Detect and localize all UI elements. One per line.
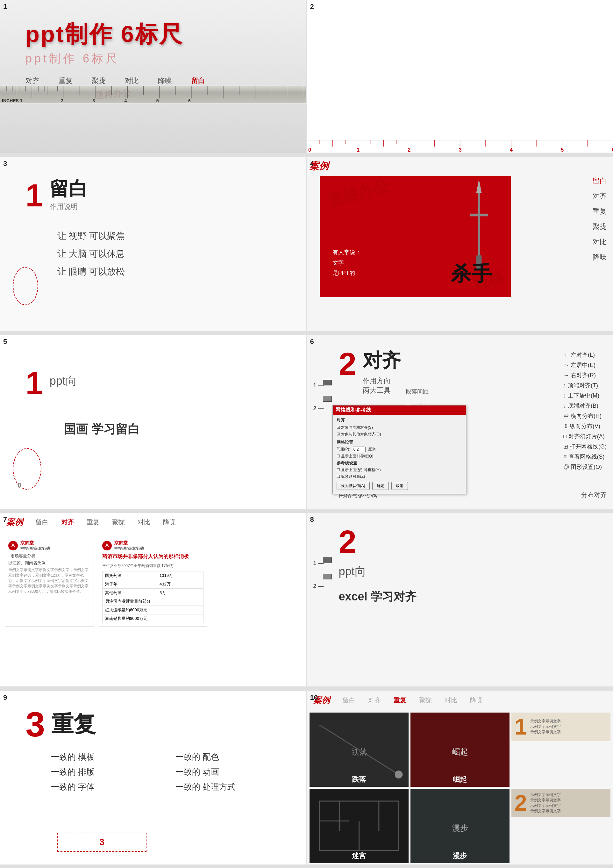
cell10-nav-cluster[interactable]: 聚拢 <box>419 696 432 705</box>
cell10-img-3: 迷宫 迷宫 <box>310 789 409 863</box>
svg-marker-62 <box>476 179 481 193</box>
svg-rect-0 <box>0 86 306 103</box>
cell9-item-1: 一致的 模板 <box>51 752 156 763</box>
cell10-num-card-2: 2 示例文字示例文字 示例文字示例文字 示例文字示例文字 示例文字示例文字 <box>511 789 610 817</box>
cell9-item-6: 一致的 处理方式 <box>175 781 281 792</box>
svg-text:3: 3 <box>458 147 461 153</box>
cell7-nav-cluster[interactable]: 聚拢 <box>112 518 125 527</box>
cell8-sidebar-blocks <box>323 557 332 580</box>
ruler-1: INCHES 1 2 3 4 5 6 道格办公 <box>0 86 306 103</box>
cell6-dialog-title: 网格线和参考线 <box>333 406 466 415</box>
svg-text:跌落: 跌落 <box>351 747 367 756</box>
toolbar-vert-dist: ⇕ 纵向分布(V) <box>563 422 607 430</box>
cell10-card1-line2: 示例文字示例文字 <box>530 724 561 729</box>
cell6-dialog-item4: ☐ 显示上面边引导框格(H) <box>337 467 462 473</box>
nav-cluster[interactable]: 聚拢 <box>92 76 106 86</box>
nav-contrast[interactable]: 对比 <box>125 76 139 86</box>
cell3-big-num: 1 <box>25 179 43 211</box>
cell7-card1-name: 京御堂 中/华/商/业/发/行/商 <box>20 540 51 551</box>
toolbar-align-slide: □ 对齐幻灯片(A) <box>563 432 607 440</box>
cell6-dialog-cancel[interactable]: 取消 <box>392 482 408 490</box>
cell7-nav-denoise[interactable]: 降噪 <box>163 518 176 527</box>
cell10-card2-line1: 示例文字示例文字 <box>530 792 561 798</box>
nav-repeat[interactable]: 重复 <box>59 76 73 86</box>
cell10-img-2: 崛起 崛起 <box>410 713 509 787</box>
cell-number-3: 3 <box>3 160 7 168</box>
cell9-header: 3 重复 <box>25 707 281 742</box>
cell7-nav-repeat[interactable]: 重复 <box>87 518 99 527</box>
cell7-card2-sub-detail: 王仁义业务2007年全年药酒销售额 1754万 <box>102 563 203 569</box>
cell6-bottom-dist-label: 分布对齐 <box>581 491 607 499</box>
cell10-num-card-1: 1 示例文字示例文字 示例文字示例文字 示例文字示例文字 <box>511 713 610 741</box>
cell7-nav-align[interactable]: 对齐 <box>61 518 74 527</box>
table-cell: 红火连续量约6000万元 <box>102 606 203 614</box>
svg-text:6: 6 <box>188 98 191 103</box>
cell8-label-1: 1 — <box>313 560 324 567</box>
cell4-preview-bigtext: 杀手 <box>451 260 492 288</box>
cell5-ellipse <box>13 448 42 490</box>
cell8-block-1 <box>323 557 332 563</box>
cell7-nav-whitespace[interactable]: 留白 <box>36 518 48 527</box>
cell7-card2: 京 京御堂 中/华/商/业/发/行/商 药酒市场并非像部分人认为的那样消极 王仁… <box>99 537 207 626</box>
cell8-big-num: 2 <box>339 525 357 557</box>
cell6-dialog-ok[interactable]: 确定 <box>372 482 389 490</box>
toolbar-top-align: ↑ 顶端对齐(T) <box>563 381 607 389</box>
nav-align[interactable]: 对齐 <box>25 76 39 86</box>
cell6-dialog-set-default[interactable]: 设为默认值(A) <box>337 482 370 490</box>
cell3-subtitle: 作用说明 <box>50 202 88 211</box>
cell10-card2-line2: 示例文字示例文字 <box>530 798 561 803</box>
svg-text:2: 2 <box>60 98 63 103</box>
cell-6: 6 1 — 2 — 2 对齐 作用方向 两大工具 ← 左对齐(L) ↔ 左居中(… <box>307 335 613 509</box>
cell6-block-1 <box>323 380 332 386</box>
cell7-card1-item2: 以江苏、湖南省为例 <box>8 560 90 566</box>
cell7-content: 京 京御堂 中/华/商/业/发/行/商 · 市场容量分析 以江苏、湖南省为例 示… <box>0 532 306 631</box>
ruler-2: 0 1 2 3 4 5 6 <box>307 140 613 153</box>
table-cell: 另注司内业绩量目前部分 <box>102 597 203 606</box>
cell10-num-card-1-text: 示例文字示例文字 示例文字示例文字 示例文字示例文字 <box>530 719 561 735</box>
cell10-img-2-label: 崛起 <box>453 775 467 784</box>
cell6-dialog: 网格线和参考线 对齐 ☑ 对象与网格对齐(S) ☑ 对象与其他对象对齐(O) 网… <box>333 405 466 494</box>
cell6-big-num: 2 <box>339 348 357 380</box>
cell-3: 3 1 留白 作用说明 让 视野 可以聚焦 让 大脑 可以休息 让 眼睛 可以放… <box>0 157 306 331</box>
cell7-card1-title: 京御堂 <box>20 540 51 546</box>
cell10-img-1: 跌落 跌落 <box>310 713 409 787</box>
cell10-grid: 跌落 跌落 崛起 崛起 1 示例文字示例文字 示例文字示例文字 示例文字示例文字 <box>307 710 613 865</box>
cell3-ellipse <box>13 267 38 305</box>
cell7-card2-main-title: 药酒市场并非像部分人认为的那样消极 <box>102 553 203 560</box>
nav-whitespace[interactable]: 留白 <box>191 76 205 86</box>
cell-number-8: 8 <box>310 515 314 524</box>
table-row: 国宾药酒 1319万 <box>102 572 203 580</box>
cell10-nav-repeat[interactable]: 重复 <box>393 696 406 705</box>
nav-denoise[interactable]: 降噪 <box>158 76 172 86</box>
cell10-card2-line3: 示例文字示例文字 <box>530 803 561 808</box>
toolbar-view-grid: ≡ 查看网格线(S) <box>563 453 607 460</box>
svg-text:4: 4 <box>124 98 127 103</box>
cell8-main-text: ppt向 <box>339 564 607 580</box>
cell6-sidebar-blocks <box>323 380 332 401</box>
cell10-nav-whitespace[interactable]: 留白 <box>343 696 355 705</box>
cell7-card2-name: 京御堂 中/华/商/业/发/行/商 <box>114 540 145 551</box>
cell10-card1-line1: 示例文字示例文字 <box>530 719 561 724</box>
cell-7: 7 案例 留白 对齐 重复 聚拢 对比 降噪 京 京御堂 中/华/商/业/发/行… <box>0 513 306 687</box>
sidebar-label-denoise: 降噪 <box>593 253 607 262</box>
cell6-spacing-input[interactable] <box>353 446 365 452</box>
cell5-zero-label: 0 <box>17 481 21 490</box>
cell10-nav-contrast[interactable]: 对比 <box>444 696 457 705</box>
cell7-card1: 京 京御堂 中/华/商/业/发/行/商 · 市场容量分析 以江苏、湖南省为例 示… <box>5 537 94 626</box>
cell6-dialog-buttons: 设为默认值(A) 确定 取消 <box>337 482 462 490</box>
table-cell: 国宾药酒 <box>102 572 157 580</box>
svg-text:1: 1 <box>357 147 359 153</box>
cell9-bottom-num: 3 <box>99 837 104 847</box>
cell7-nav-contrast[interactable]: 对比 <box>138 518 150 527</box>
cell10-nav-denoise[interactable]: 降噪 <box>470 696 483 705</box>
cell7-card1-logo: 京 <box>8 541 18 550</box>
svg-text:崛起: 崛起 <box>452 747 468 756</box>
svg-point-68 <box>395 770 402 778</box>
cell-number-7: 7 <box>3 515 7 524</box>
cell10-nav-align[interactable]: 对齐 <box>368 696 381 705</box>
cell10-big-num-1: 1 <box>515 716 527 738</box>
cell9-title: 重复 <box>51 709 96 739</box>
cell5-header: 1 ppt向 <box>25 354 281 399</box>
cell-number-10: 10 <box>310 693 318 702</box>
table-cell: 432万 <box>157 580 203 589</box>
